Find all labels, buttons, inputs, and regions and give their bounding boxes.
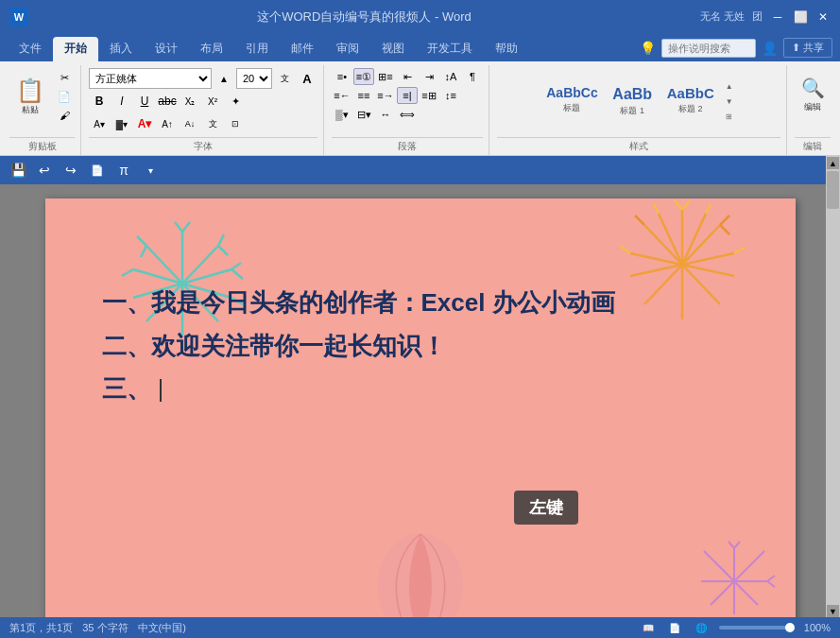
format-painter-button[interactable]: 🖌	[54, 107, 75, 124]
style-h2-label: 标题 2	[678, 103, 703, 115]
tab-references[interactable]: 引用	[234, 37, 280, 61]
style-heading1[interactable]: AaBb 标题 1	[607, 82, 659, 119]
search-input[interactable]	[661, 39, 756, 58]
text-highlight-button[interactable]: A▾	[89, 113, 110, 134]
font-name-row: 方正姚体 ▲ 20 文 A	[89, 68, 317, 89]
scroll-down-btn[interactable]: ▼	[827, 605, 839, 617]
phonetic-button[interactable]: 文	[202, 113, 223, 134]
align-right[interactable]: ≡→	[375, 87, 396, 104]
view-mode-web[interactable]: 🌐	[693, 620, 710, 635]
paragraph-controls: ≡• ≡① ⊞≡ ⇤ ⇥ ↕A ¶ ≡← ≡≡ ≡→ ≡| ≡⊞ ↕≡ ▒▾ ⊟…	[332, 65, 483, 126]
minimize-button[interactable]: ─	[770, 9, 785, 25]
close-button[interactable]: ✕	[815, 9, 831, 25]
tab-home[interactable]: 开始	[53, 37, 98, 61]
font-color-button[interactable]: A▾	[134, 113, 155, 134]
para-row-2: ≡← ≡≡ ≡→ ≡| ≡⊞ ↕≡	[332, 87, 483, 104]
paragraph-section: ≡• ≡① ⊞≡ ⇤ ⇥ ↕A ¶ ≡← ≡≡ ≡→ ≡| ≡⊞ ↕≡ ▒▾ ⊟…	[326, 65, 489, 155]
styles-scroll-up[interactable]: ▲	[722, 79, 737, 93]
shading-button[interactable]: ▓▾	[111, 113, 132, 134]
italic-button[interactable]: I	[111, 91, 132, 112]
multilevel-list[interactable]: ⊞≡	[375, 68, 396, 85]
svg-line-37	[635, 216, 644, 225]
shading-para[interactable]: ▒▾	[332, 106, 352, 123]
styles-content: AaBbCc 标题 AaBb 标题 1 AaBbC 标题 2 ▲ ▼ ⊞	[540, 65, 736, 137]
cut-button[interactable]: ✂	[54, 69, 75, 86]
style-heading2[interactable]: AaBbC 标题 2	[661, 82, 720, 119]
quick-access-customize[interactable]: ▾	[140, 160, 161, 181]
font-size-select[interactable]: 20	[236, 68, 272, 89]
pi-button[interactable]: π	[113, 160, 134, 181]
svg-line-1	[182, 246, 218, 284]
tab-mailing[interactable]: 邮件	[280, 37, 325, 61]
language: 中文(中国)	[138, 621, 186, 635]
align-center[interactable]: ≡≡	[353, 87, 374, 104]
text-line-2: 二、欢迎关注带你一起长知识！	[102, 327, 739, 367]
document-info-button[interactable]: 📄	[87, 160, 108, 181]
tab-review[interactable]: 审阅	[325, 37, 370, 61]
svg-line-32	[675, 200, 682, 210]
sort-button[interactable]: ↕A	[440, 68, 461, 85]
tab-help[interactable]: 帮助	[484, 37, 529, 61]
svg-line-54	[704, 551, 711, 558]
copy-button[interactable]: 📄	[54, 88, 75, 105]
zoom-level: 100%	[804, 622, 831, 633]
view-mode-print[interactable]: 📄	[666, 620, 683, 635]
tab-developer[interactable]: 开发工具	[416, 37, 484, 61]
zoom-slider[interactable]	[719, 626, 795, 629]
borders-button[interactable]: ⊟▾	[353, 106, 374, 123]
font-size-decrease[interactable]: ▲	[214, 70, 234, 87]
editing-label: 编辑	[804, 101, 821, 113]
share-button[interactable]: ⬆ 共享	[783, 38, 832, 58]
save-button[interactable]: 💾	[8, 160, 28, 181]
tab-view[interactable]: 视图	[370, 37, 416, 61]
show-marks-button[interactable]: ¶	[462, 68, 483, 85]
redo-button[interactable]: ↪	[60, 160, 81, 181]
font-name-select[interactable]: 方正姚体	[89, 68, 212, 89]
para-btn3[interactable]: ↔	[375, 106, 396, 123]
light-bulb-icon: 💡	[640, 41, 656, 56]
tab-file[interactable]: 文件	[8, 37, 53, 61]
word-icon: W	[9, 8, 28, 26]
svg-line-22	[682, 253, 734, 265]
bold-button[interactable]: B	[89, 91, 110, 112]
format-clear-button[interactable]: ✦	[225, 93, 246, 110]
underline-button[interactable]: U	[134, 91, 155, 112]
svg-line-11	[182, 222, 190, 232]
font-size-down[interactable]: A↓	[180, 113, 200, 134]
justify[interactable]: ≡|	[397, 87, 418, 104]
tab-layout[interactable]: 布局	[189, 37, 234, 61]
styles-scroll-down[interactable]: ▼	[722, 95, 737, 108]
border-btn[interactable]: ⊡	[225, 113, 246, 134]
svg-line-10	[175, 222, 182, 232]
paste-button[interactable]: 📋 粘贴	[9, 69, 51, 126]
strikethrough-button[interactable]: abc	[157, 91, 178, 112]
svg-line-18	[141, 246, 146, 257]
tab-insert[interactable]: 插入	[98, 37, 144, 61]
team-icon: 团	[752, 9, 763, 24]
styles-expand[interactable]: ⊞	[722, 110, 737, 123]
scrollbar-right[interactable]: ▲ ▼	[826, 184, 840, 617]
line-spacing[interactable]: ↕≡	[440, 87, 461, 104]
increase-indent[interactable]: ⇥	[419, 68, 439, 85]
scroll-thumb[interactable]	[827, 184, 839, 209]
view-mode-read[interactable]: 📖	[640, 620, 657, 635]
undo-button[interactable]: ↩	[34, 160, 55, 181]
find-button[interactable]: 🔍 编辑	[795, 69, 831, 121]
font-size-btn3[interactable]: A	[297, 70, 317, 87]
font-size-btn2[interactable]: 文	[274, 70, 295, 87]
tab-design[interactable]: 设计	[144, 37, 189, 61]
subscript-button[interactable]: X₂	[180, 91, 200, 112]
decrease-indent[interactable]: ⇤	[397, 68, 418, 85]
svg-line-2	[182, 269, 231, 284]
align-left[interactable]: ≡←	[332, 87, 352, 104]
style-normal[interactable]: AaBbCc 标题	[540, 82, 603, 119]
svg-line-31	[659, 214, 682, 265]
distributed[interactable]: ≡⊞	[419, 87, 439, 104]
document-page: 一、我是今日头条的创作者：Excel 办公小动画 二、欢迎关注带你一起长知识！ …	[45, 198, 796, 617]
font-size-up[interactable]: A↑	[157, 113, 178, 134]
numbering-button[interactable]: ≡①	[353, 68, 374, 85]
bullets-button[interactable]: ≡•	[332, 68, 352, 85]
restore-button[interactable]: ⬜	[793, 9, 808, 25]
superscript-button[interactable]: X²	[202, 91, 223, 112]
para-btn4[interactable]: ⟺	[397, 106, 418, 123]
